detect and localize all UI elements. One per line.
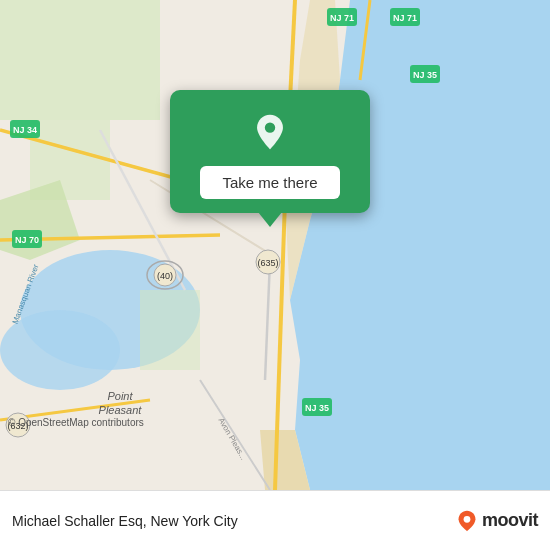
bottom-bar: Michael Schaller Esq, New York City moov…: [0, 490, 550, 550]
svg-text:NJ 71: NJ 71: [393, 13, 417, 23]
svg-text:(635): (635): [257, 258, 278, 268]
svg-text:NJ 70: NJ 70: [15, 235, 39, 245]
svg-text:NJ 35: NJ 35: [413, 70, 437, 80]
location-pin-icon: [251, 113, 289, 151]
map-container: NJ 71 NJ 71 NJ 34 NJ 35 NJ 70 NJ (40) (6…: [0, 0, 550, 490]
svg-text:Pleasant: Pleasant: [99, 404, 143, 416]
popup-card: Take me there: [170, 90, 370, 213]
location-icon-wrap: [246, 108, 294, 156]
moovit-brand-text: moovit: [482, 510, 538, 531]
map-attribution: © OpenStreetMap contributors: [8, 417, 144, 428]
svg-point-47: [265, 123, 275, 133]
place-name: Michael Schaller Esq, New York City: [12, 513, 238, 529]
svg-text:(40): (40): [157, 271, 173, 281]
svg-rect-5: [0, 0, 160, 120]
take-me-there-button[interactable]: Take me there: [200, 166, 339, 199]
svg-text:NJ 71: NJ 71: [330, 13, 354, 23]
moovit-logo: moovit: [456, 510, 538, 532]
moovit-pin-icon: [456, 510, 478, 532]
svg-text:NJ 34: NJ 34: [13, 125, 37, 135]
svg-point-48: [464, 515, 471, 522]
svg-text:Point: Point: [107, 390, 133, 402]
svg-text:NJ 35: NJ 35: [305, 403, 329, 413]
svg-rect-8: [140, 290, 200, 370]
